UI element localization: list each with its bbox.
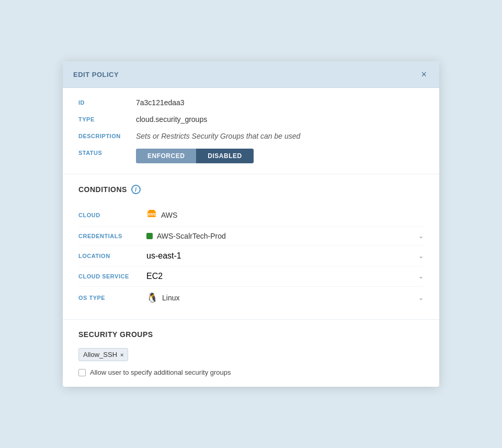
additional-groups-label: Allow user to specify additional securit… bbox=[90, 368, 231, 376]
close-button[interactable]: × bbox=[419, 69, 429, 80]
linux-penguin-icon: 🐧 bbox=[146, 292, 158, 304]
id-row: ID 7a3c121edaa3 bbox=[78, 98, 424, 107]
tag-container: Allow_SSH × bbox=[78, 348, 424, 368]
tag-close-button[interactable]: × bbox=[120, 352, 123, 358]
allow-ssh-tag: Allow_SSH × bbox=[78, 348, 128, 361]
security-groups-section: SECURITY GROUPS Allow_SSH × Allow user t… bbox=[63, 320, 439, 387]
location-row[interactable]: LOCATION us-east-1 ⌄ bbox=[78, 246, 424, 266]
info-icon: i bbox=[131, 185, 141, 194]
credentials-value: AWS-ScalrTech-Prod bbox=[157, 232, 226, 240]
status-disabled-button[interactable]: DISABLED bbox=[196, 149, 253, 163]
modal-header: EDIT POLICY × bbox=[63, 61, 439, 88]
cloud-service-dropdown[interactable]: EC2 ⌄ bbox=[146, 272, 424, 281]
location-value: us-east-1 bbox=[146, 251, 181, 261]
cloud-row: CLOUD AWS AWS bbox=[78, 204, 424, 227]
edit-policy-modal: EDIT POLICY × ID 7a3c121edaa3 TYPE cloud… bbox=[63, 61, 439, 387]
credentials-dropdown[interactable]: AWS-ScalrTech-Prod ⌄ bbox=[146, 232, 424, 240]
svg-text:AWS: AWS bbox=[147, 212, 156, 216]
allow-ssh-label: Allow_SSH bbox=[83, 351, 117, 359]
security-groups-title-text: SECURITY GROUPS bbox=[78, 330, 153, 339]
id-value: 7a3c121edaa3 bbox=[136, 98, 185, 107]
credential-dot-icon bbox=[146, 233, 153, 239]
type-value: cloud.security_groups bbox=[136, 115, 207, 124]
modal-title: EDIT POLICY bbox=[73, 71, 119, 79]
cloud-service-chevron-icon: ⌄ bbox=[418, 273, 424, 280]
type-label: TYPE bbox=[78, 115, 136, 122]
os-type-value: Linux bbox=[162, 294, 179, 302]
conditions-section: CONDITIONS i CLOUD AWS AWS bbox=[63, 174, 439, 320]
cloud-value: AWS bbox=[161, 211, 177, 219]
additional-groups-checkbox[interactable] bbox=[78, 369, 86, 376]
info-section: ID 7a3c121edaa3 TYPE cloud.security_grou… bbox=[63, 88, 439, 174]
type-row: TYPE cloud.security_groups bbox=[78, 115, 424, 124]
modal-body: ID 7a3c121edaa3 TYPE cloud.security_grou… bbox=[63, 88, 439, 387]
os-type-label: OS TYPE bbox=[78, 295, 146, 301]
description-row: DESCRIPTION Sets or Restricts Security G… bbox=[78, 132, 424, 140]
aws-logo-icon: AWS bbox=[146, 209, 157, 219]
os-type-row[interactable]: OS TYPE 🐧 Linux ⌄ bbox=[78, 287, 424, 309]
os-type-dropdown[interactable]: 🐧 Linux ⌄ bbox=[146, 292, 424, 304]
location-label: LOCATION bbox=[78, 253, 146, 259]
conditions-title-text: CONDITIONS bbox=[78, 185, 127, 194]
cloud-label: CLOUD bbox=[78, 212, 146, 218]
cloud-service-label: CLOUD SERVICE bbox=[78, 273, 146, 279]
aws-icon: AWS bbox=[146, 209, 157, 221]
cloud-service-row[interactable]: CLOUD SERVICE EC2 ⌄ bbox=[78, 266, 424, 287]
description-value: Sets or Restricts Security Groups that c… bbox=[136, 132, 300, 140]
os-type-value-container: 🐧 Linux bbox=[146, 292, 418, 304]
location-chevron-icon: ⌄ bbox=[418, 252, 424, 260]
status-row: STATUS ENFORCED DISABLED bbox=[78, 149, 424, 163]
status-enforced-button[interactable]: ENFORCED bbox=[136, 149, 196, 163]
additional-groups-row: Allow user to specify additional securit… bbox=[78, 368, 424, 376]
os-type-chevron-icon: ⌄ bbox=[418, 294, 424, 301]
credentials-label: CREDENTIALS bbox=[78, 233, 146, 239]
location-dropdown[interactable]: us-east-1 ⌄ bbox=[146, 251, 424, 261]
id-label: ID bbox=[78, 98, 136, 106]
cloud-value-container: AWS AWS bbox=[146, 209, 424, 221]
credentials-chevron-icon: ⌄ bbox=[418, 232, 424, 240]
security-groups-title: SECURITY GROUPS bbox=[78, 330, 424, 339]
conditions-title: CONDITIONS i bbox=[78, 185, 424, 194]
cloud-service-value: EC2 bbox=[146, 272, 163, 281]
status-label: STATUS bbox=[78, 149, 136, 156]
status-toggle: ENFORCED DISABLED bbox=[136, 149, 254, 163]
credentials-value-container: AWS-ScalrTech-Prod bbox=[146, 232, 418, 240]
credentials-row[interactable]: CREDENTIALS AWS-ScalrTech-Prod ⌄ bbox=[78, 227, 424, 246]
description-label: DESCRIPTION bbox=[78, 132, 136, 139]
